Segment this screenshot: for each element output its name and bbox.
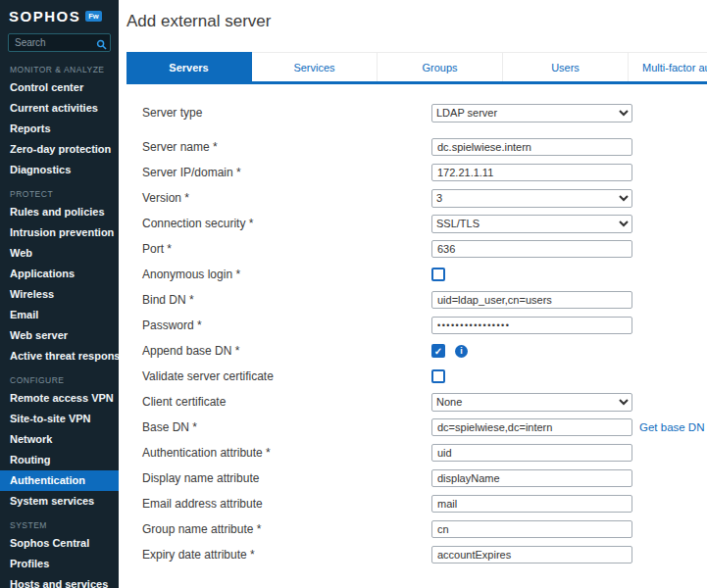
field-label-connection-security: Connection security *: [142, 217, 431, 230]
field-control-server-name: [431, 138, 632, 156]
version-select[interactable]: 3: [431, 189, 632, 208]
sophos-logo: SOPHOS: [9, 8, 80, 24]
field-label-group-name-attribute: Group name attribute *: [142, 522, 431, 536]
append-base-dn-checkbox[interactable]: [431, 344, 445, 358]
form: Server typeLDAP serverServer name *Serve…: [119, 84, 707, 567]
authentication-attribute-input[interactable]: [431, 444, 632, 462]
validate-server-certificate-checkbox[interactable]: [431, 369, 445, 383]
field-control-client-certificate: None: [431, 393, 632, 412]
field-label-bind-dn: Bind DN *: [142, 293, 431, 307]
info-icon[interactable]: i: [455, 345, 468, 358]
sidebar-item-wireless[interactable]: Wireless: [0, 284, 119, 305]
sidebar-item-remote-access-vpn[interactable]: Remote access VPN: [0, 388, 119, 409]
field-label-client-certificate: Client certificate: [142, 395, 431, 409]
sidebar-item-applications[interactable]: Applications: [0, 264, 119, 284]
sidebar-item-active-threat-response[interactable]: Active threat response: [0, 346, 119, 367]
field-label-server-type: Server type: [142, 106, 431, 120]
sidebar-item-routing[interactable]: Routing: [0, 450, 119, 470]
sidebar-item-current-activities[interactable]: Current activities: [0, 98, 119, 119]
port-input[interactable]: [431, 240, 632, 258]
main: Add external server ServersServicesGroup…: [119, 0, 707, 588]
field-control-connection-security: SSL/TLS: [431, 215, 632, 233]
anonymous-login-checkbox[interactable]: [431, 268, 445, 281]
form-row-anonymous-login: Anonymous login *: [142, 262, 707, 287]
sidebar-item-web[interactable]: Web: [0, 243, 119, 264]
tab-bar: ServersServicesGroupsUsersMulti-factor a…: [126, 52, 707, 84]
sidebar-item-zero-day-protection[interactable]: Zero-day protection: [0, 139, 119, 160]
page-title: Add external server: [126, 12, 707, 31]
form-row-display-name-attribute: Display name attribute: [142, 466, 707, 491]
sidebar-item-profiles[interactable]: Profiles: [0, 554, 119, 574]
field-control-expiry-date-attribute: [431, 546, 632, 564]
field-label-port: Port *: [142, 242, 431, 256]
server-type-select[interactable]: LDAP server: [431, 104, 632, 122]
field-control-display-name-attribute: [431, 469, 632, 487]
client-certificate-select[interactable]: None: [431, 393, 632, 412]
field-control-append-base-dn: i: [431, 344, 468, 358]
form-row-password: Password *: [142, 313, 707, 338]
expiry-date-attribute-input[interactable]: [431, 546, 632, 564]
form-row-append-base-dn: Append base DN *i: [142, 338, 707, 364]
email-address-attribute-input[interactable]: [431, 495, 632, 513]
sidebar-item-network[interactable]: Network: [0, 429, 119, 450]
sidebar-item-email[interactable]: Email: [0, 305, 119, 325]
base-dn-input[interactable]: [431, 418, 632, 436]
sidebar-section-system: SYSTEM: [0, 512, 119, 533]
sidebar-item-diagnostics[interactable]: Diagnostics: [0, 160, 119, 180]
field-label-server-name: Server name *: [142, 140, 431, 154]
sidebar-section-protect: PROTECT: [0, 180, 119, 202]
bind-dn-input[interactable]: [431, 291, 632, 309]
field-control-authentication-attribute: [431, 444, 632, 462]
sidebar-item-intrusion-prevention[interactable]: Intrusion prevention: [0, 222, 119, 243]
logo: SOPHOS Fw: [0, 0, 119, 30]
server-name-input[interactable]: [431, 138, 632, 156]
tab-multi-factor-authentication[interactable]: Multi-factor authentication: [629, 52, 707, 81]
password-input[interactable]: [431, 317, 632, 334]
form-row-server-name: Server name *: [142, 134, 707, 160]
field-control-password: [431, 317, 632, 334]
field-control-server-type: LDAP server: [431, 104, 632, 122]
sidebar-item-sophos-central[interactable]: Sophos Central: [0, 533, 119, 554]
field-label-validate-server-certificate: Validate server certificate: [142, 369, 431, 383]
search-icon[interactable]: [96, 36, 107, 54]
field-control-email-address-attribute: [431, 495, 632, 513]
sidebar-section-monitor-analyze: MONITOR & ANALYZE: [0, 56, 119, 77]
sidebar-item-authentication[interactable]: Authentication: [0, 470, 119, 491]
sidebar-item-site-to-site-vpn[interactable]: Site-to-site VPN: [0, 409, 119, 429]
tab-groups[interactable]: Groups: [378, 52, 503, 81]
firewall-logo-badge: Fw: [85, 11, 101, 23]
group-name-attribute-input[interactable]: [431, 520, 632, 538]
sidebar-item-system-services[interactable]: System services: [0, 491, 119, 512]
sidebar-item-reports[interactable]: Reports: [0, 119, 119, 139]
sidebar-search: [8, 32, 111, 52]
sidebar-item-hosts-and-services[interactable]: Hosts and services: [0, 574, 119, 588]
field-label-display-name-attribute: Display name attribute: [142, 471, 431, 485]
field-label-authentication-attribute: Authentication attribute *: [142, 446, 431, 460]
form-row-server-ip-domain: Server IP/domain *: [142, 160, 707, 185]
get-base-dn-link[interactable]: Get base DN: [639, 421, 704, 433]
field-control-port: [431, 240, 632, 258]
form-row-server-type: Server typeLDAP server: [142, 100, 707, 125]
tab-users[interactable]: Users: [503, 52, 629, 81]
form-row-authentication-attribute: Authentication attribute *: [142, 440, 707, 466]
server-ip-domain-input[interactable]: [431, 164, 632, 181]
sidebar-nav: MONITOR & ANALYZEControl centerCurrent a…: [0, 56, 119, 588]
display-name-attribute-input[interactable]: [431, 469, 632, 487]
field-label-anonymous-login: Anonymous login *: [142, 268, 431, 281]
sidebar-item-web-server[interactable]: Web server: [0, 325, 119, 346]
sidebar-item-control-center[interactable]: Control center: [0, 77, 119, 98]
connection-security-select[interactable]: SSL/TLS: [431, 215, 632, 233]
tab-services[interactable]: Services: [252, 52, 378, 81]
sidebar-item-rules-and-policies[interactable]: Rules and policies: [0, 202, 119, 222]
field-label-version: Version *: [142, 191, 431, 205]
form-row-expiry-date-attribute: Expiry date attribute *: [142, 542, 707, 567]
field-label-email-address-attribute: Email address attribute: [142, 497, 431, 511]
field-label-base-dn: Base DN *: [142, 420, 431, 434]
field-control-bind-dn: [431, 291, 632, 309]
form-row-bind-dn: Bind DN *: [142, 287, 707, 313]
form-row-email-address-attribute: Email address attribute: [142, 491, 707, 516]
tab-servers[interactable]: Servers: [126, 52, 252, 81]
form-row-validate-server-certificate: Validate server certificate: [142, 364, 707, 389]
field-label-server-ip-domain: Server IP/domain *: [142, 166, 431, 179]
sidebar-section-configure: CONFIGURE: [0, 367, 119, 388]
